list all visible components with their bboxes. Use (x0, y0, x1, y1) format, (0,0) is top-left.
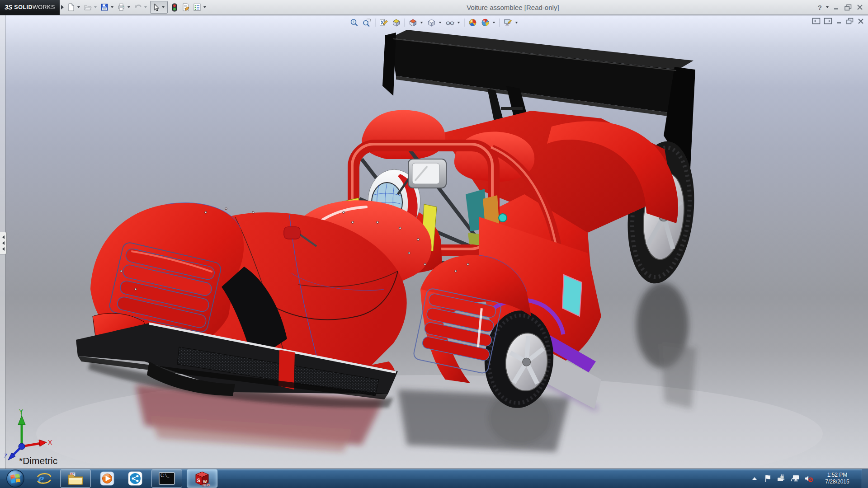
windows-explorer-icon (67, 471, 84, 486)
taskbar-windows-explorer[interactable] (60, 469, 91, 488)
display-style-dropdown[interactable] (439, 22, 442, 23)
hide-show-dropdown[interactable] (458, 22, 460, 23)
view-settings-button[interactable] (502, 17, 514, 28)
section-view-icon (392, 18, 401, 27)
mdi-window-controls (812, 18, 864, 24)
taskbar-media-player[interactable] (95, 469, 119, 488)
display-style-button[interactable] (426, 17, 438, 28)
network-monitor-icon (790, 474, 800, 483)
taskbar-internet-explorer[interactable]: e (32, 469, 56, 488)
apply-scene-button[interactable] (480, 17, 491, 28)
action-center-button[interactable] (763, 474, 773, 483)
save-dropdown[interactable] (111, 6, 113, 8)
print-dropdown[interactable] (127, 6, 130, 8)
view-orientation-dropdown[interactable] (420, 22, 423, 23)
select-button[interactable] (151, 1, 161, 13)
open-dropdown[interactable] (94, 6, 97, 8)
view-orientation-label: *Dimetric (19, 455, 57, 466)
triad-x-label: X (48, 439, 52, 446)
zoom-to-fit-button[interactable] (349, 17, 360, 28)
undo-button[interactable] (132, 1, 143, 13)
solidworks-logo: 3S SOLIDWORKS (0, 0, 60, 15)
apply-scene-dropdown[interactable] (493, 22, 495, 23)
zoom-to-area-button[interactable] (361, 17, 373, 28)
taskbar-solidworks[interactable]: S W 2015 (187, 469, 217, 488)
taskbar-share-app[interactable] (123, 469, 147, 488)
svg-text:2015: 2015 (202, 483, 210, 487)
display-style-icon (427, 18, 436, 27)
rebuild-traffic-light-icon (171, 3, 178, 12)
view-settings-icon (504, 18, 513, 27)
view-orientation-button[interactable] (407, 17, 419, 28)
hidden-icons-button[interactable] (750, 474, 760, 483)
minimize-icon (833, 4, 840, 10)
options-dropdown[interactable] (203, 6, 206, 8)
print-icon (117, 3, 125, 11)
help-button[interactable]: ? (818, 4, 822, 11)
open-document-button[interactable] (82, 1, 93, 13)
command-prompt-icon: C:\_ (159, 472, 175, 485)
options-button[interactable] (192, 1, 203, 13)
edit-appearance-icon (468, 18, 477, 27)
mdi-restore-button[interactable] (846, 18, 854, 24)
mdi-close-button[interactable] (857, 18, 864, 24)
car-model[interactable] (76, 30, 701, 410)
taskbar-clock[interactable]: 1:52 PM7/28/2015 (817, 472, 857, 485)
section-view-button[interactable] (391, 17, 402, 28)
head-fairing-left (362, 110, 445, 159)
restore-button[interactable] (844, 4, 852, 11)
menu-flyout-arrow[interactable] (61, 5, 64, 9)
hud-separator (375, 19, 376, 27)
feature-manager-tab[interactable] (0, 232, 7, 254)
open-document-icon (84, 3, 92, 11)
power-button[interactable] (777, 474, 787, 483)
start-button[interactable] (5, 468, 25, 488)
show-desktop-button[interactable] (862, 469, 868, 488)
close-button[interactable] (856, 4, 863, 10)
previous-view-icon (379, 18, 388, 27)
file-properties-button[interactable] (180, 1, 191, 13)
pane-left-button[interactable] (812, 18, 821, 24)
restore-icon (844, 4, 852, 11)
clock-date: 7/28/2015 (817, 479, 857, 485)
mdi-restore-icon (846, 18, 854, 24)
mdi-close-icon (857, 18, 864, 24)
hide-show-items-button[interactable] (444, 17, 456, 28)
select-dropdown[interactable] (162, 6, 165, 8)
system-tray: 1:52 PM7/28/2015 (750, 472, 859, 485)
power-battery-icon (777, 474, 787, 483)
mdi-minimize-button[interactable] (835, 18, 843, 24)
new-dropdown[interactable] (77, 6, 80, 8)
solidworks-2015-icon: S W 2015 (193, 470, 211, 487)
rebuild-button[interactable] (169, 1, 180, 13)
pane-right-button[interactable] (824, 18, 832, 24)
taskbar-command-prompt[interactable]: C:\_ (151, 469, 182, 488)
taskbar: e (0, 469, 868, 488)
hud-separator (500, 19, 500, 27)
zoom-to-fit-icon (350, 18, 359, 27)
undo-dropdown[interactable] (144, 6, 147, 8)
brand-text: SOLIDWORKS (14, 4, 55, 10)
save-button[interactable] (99, 1, 110, 13)
network-button[interactable] (790, 474, 800, 483)
save-icon (100, 3, 108, 11)
select-button-group (150, 1, 168, 14)
minimize-button[interactable] (833, 4, 840, 10)
triad-y-label: Y (19, 408, 24, 415)
scene-canvas[interactable]: Y X Z (0, 15, 868, 469)
zoom-to-area-icon (363, 18, 372, 27)
edit-appearance-button[interactable] (467, 17, 479, 28)
document-title: Voiture assomblee [Read-only] (208, 4, 818, 11)
ds-logo-mark: 3S (5, 4, 12, 11)
titlebar: 3S SOLIDWORKS (0, 0, 868, 15)
help-dropdown[interactable] (826, 6, 829, 8)
previous-view-button[interactable] (378, 17, 390, 28)
new-document-button[interactable] (66, 1, 76, 13)
view-settings-dropdown[interactable] (515, 22, 518, 23)
print-button[interactable] (116, 1, 127, 13)
window-controls: ? (818, 4, 868, 11)
main-toolbar (66, 1, 208, 14)
volume-button[interactable] (804, 474, 814, 483)
hud-separator (405, 19, 405, 27)
fuel-cap (499, 214, 507, 222)
